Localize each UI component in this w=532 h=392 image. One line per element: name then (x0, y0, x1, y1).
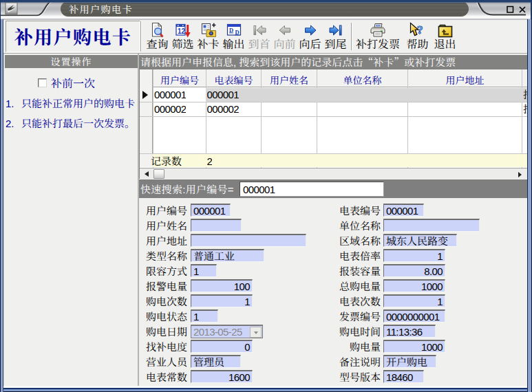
svg-text:补用户购电卡: 补用户购电卡 (69, 2, 133, 16)
svg-text:D: D (235, 29, 239, 36)
svg-text:12: 12 (178, 28, 186, 35)
svg-text:D: D (229, 27, 233, 34)
